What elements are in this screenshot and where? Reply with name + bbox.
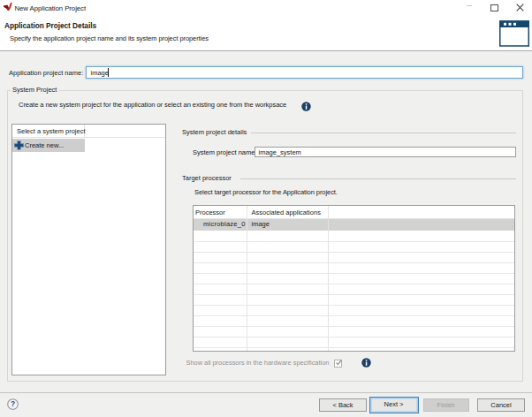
svg-text:?: ? — [11, 399, 15, 408]
